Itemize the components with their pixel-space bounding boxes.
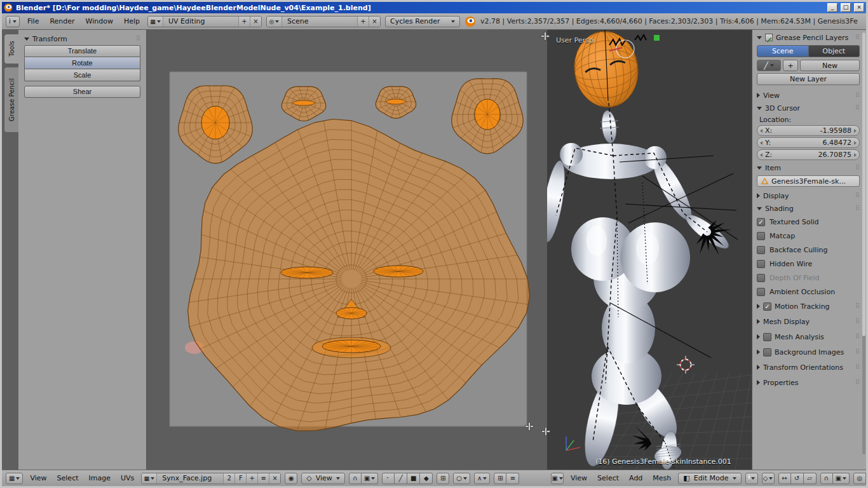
mode-dropdown[interactable]: ◧ Edit Mode [678, 473, 741, 484]
checkbox[interactable]: ✓ [757, 218, 765, 226]
menu-file[interactable]: File [24, 16, 42, 27]
drag-handle-icon[interactable]: ⠿ [855, 364, 860, 370]
select-island-button[interactable]: ◆ [420, 473, 433, 484]
view-panel-header[interactable]: View ⠿ [757, 89, 860, 102]
drag-handle-icon[interactable]: ⠿ [855, 303, 860, 309]
drag-handle-icon[interactable]: ⠿ [855, 193, 860, 199]
drag-handle-icon[interactable]: ⠿ [855, 34, 860, 41]
checkbox[interactable] [763, 348, 771, 356]
manipulator-translate-button[interactable]: ↔ [778, 473, 791, 484]
region-corner-widget[interactable] [526, 423, 533, 430]
sticky-select-button[interactable]: ⊞ [437, 473, 449, 484]
select-face-button[interactable]: ■ [407, 473, 420, 484]
shading-panel-header[interactable]: Shading ⠿ [757, 202, 860, 215]
snap-element-button[interactable]: ▣ [833, 473, 850, 484]
menu-help[interactable]: Help [121, 16, 143, 27]
translate-button[interactable]: Translate [24, 45, 140, 57]
uv-menu-uvs[interactable]: UVs [118, 473, 137, 484]
viewport-shading-dropdown[interactable] [745, 473, 758, 484]
new-image-button[interactable]: + [246, 473, 257, 484]
pixel-snap-button[interactable]: ⊞ [494, 473, 506, 484]
drag-handle-icon[interactable]: ⠿ [855, 349, 860, 355]
image-users-count[interactable]: 2 [223, 473, 234, 484]
drag-handle-icon[interactable]: ⠿ [855, 379, 860, 386]
cursor-y-field[interactable]: Y: 6.48472 [757, 137, 860, 148]
scrollbar[interactable] [862, 32, 865, 454]
properties-panel-header[interactable]: Properties ⠿ [757, 375, 860, 390]
uv-coord-dropdown[interactable]: ◇ View [301, 473, 345, 484]
viewport-3d-canvas[interactable]: User Persp (16) Genesis3Female-skinInsta… [547, 30, 752, 470]
manipulator-rotate-button[interactable]: ↺ [791, 473, 804, 484]
select-vertex-button[interactable]: ⠂ [382, 473, 395, 484]
shear-button[interactable]: Shear [24, 86, 140, 98]
display-panel-header[interactable]: Display ⠿ [757, 189, 860, 202]
cursor-panel-header[interactable]: 3D Cursor ⠿ [757, 102, 860, 114]
layout-name-field[interactable]: UV Editing [163, 17, 238, 27]
tab-grease-pencil[interactable]: Grease Pencil [4, 67, 18, 133]
grease-pencil-layers-header[interactable]: Grease Pencil Layers ⠿ [757, 31, 860, 44]
gp-add-button[interactable]: + [783, 60, 798, 71]
minimize-button[interactable]: _ [827, 3, 837, 12]
snap-element-button[interactable]: ▣ [362, 473, 378, 484]
uv-menu-image[interactable]: Image [86, 473, 114, 484]
snap-magnet-button[interactable]: ∩ [820, 473, 833, 484]
image-browse-button[interactable]: ▦ [142, 473, 157, 484]
gp-tab-scene[interactable]: Scene [757, 45, 809, 57]
background-images-panel-header[interactable]: Background Images ⠿ [757, 344, 860, 360]
snap-magnet-button[interactable]: ∩ [349, 473, 362, 484]
scene-delete-button[interactable]: × [369, 17, 380, 27]
layout-browse-button[interactable]: ▦ [148, 17, 163, 27]
menu-window[interactable]: Window [83, 16, 116, 27]
mesh-display-panel-header[interactable]: Mesh Display ⠿ [757, 314, 860, 329]
v3d-menu-add[interactable]: Add [626, 473, 646, 484]
transform-orientations-panel-header[interactable]: Transform Orientations ⠿ [757, 360, 860, 375]
tab-tools[interactable]: Tools [4, 34, 18, 64]
maximize-button[interactable]: □ [841, 3, 851, 12]
render-engine-dropdown[interactable]: Cycles Render [385, 16, 460, 27]
uv-menu-select[interactable]: Select [54, 473, 82, 484]
scale-button[interactable]: Scale [24, 69, 140, 81]
checkbox[interactable] [757, 260, 765, 268]
gp-tab-object[interactable]: Object [809, 45, 860, 57]
pin-button[interactable]: ◉ [285, 473, 297, 484]
item-name-field[interactable]: Genesis3Female-sk... [757, 175, 860, 187]
gp-brush-button[interactable]: ╱ [757, 60, 781, 71]
checkbox[interactable] [757, 246, 765, 254]
fake-user-button[interactable]: F [234, 473, 246, 484]
motion-tracking-panel-header[interactable]: ✓ Motion Tracking ⠿ [757, 299, 860, 314]
checkbox[interactable]: ✓ [763, 302, 771, 311]
cursor-x-field[interactable]: X: -1.95988 [757, 125, 860, 136]
v3d-menu-view[interactable]: View [567, 473, 590, 484]
pivot-dropdown[interactable]: ◇ [762, 473, 775, 484]
region-corner-widget[interactable] [541, 32, 549, 40]
transform-panel-header[interactable]: Transform ⠿ [24, 32, 140, 45]
mesh-analysis-panel-header[interactable]: Mesh Analysis ⠿ [757, 329, 860, 344]
drag-handle-icon[interactable]: ⠿ [136, 36, 140, 42]
drag-handle-icon[interactable]: ⠿ [855, 334, 860, 340]
item-panel-header[interactable]: Item ⠿ [757, 161, 860, 174]
drag-handle-icon[interactable]: ⠿ [855, 92, 860, 98]
v3d-menu-mesh[interactable]: Mesh [649, 473, 674, 484]
scene-browse-button[interactable]: ◎ [267, 17, 282, 27]
checkbox[interactable] [763, 333, 771, 341]
rotate-button[interactable]: Rotate [24, 57, 140, 69]
select-edge-button[interactable]: ╱ [395, 473, 407, 484]
scene-name-field[interactable]: Scene [282, 17, 357, 27]
uv-image-editor-canvas[interactable] [147, 30, 547, 470]
checkbox[interactable] [757, 232, 765, 240]
drag-handle-icon[interactable]: ⠿ [855, 318, 860, 325]
manipulator-scale-button[interactable]: ▱ [804, 473, 817, 484]
layout-delete-button[interactable]: × [250, 17, 261, 27]
drag-handle-icon[interactable]: ⠿ [855, 205, 860, 212]
cursor-z-field[interactable]: Z: 26.70875 [757, 149, 860, 160]
normalize-button[interactable]: ≡ [506, 473, 519, 484]
v3d-menu-select[interactable]: Select [594, 473, 622, 484]
menu-render[interactable]: Render [46, 16, 78, 27]
editor-type-image-button[interactable]: ▦ [6, 473, 23, 484]
image-name-field[interactable]: Synx_Face.jpg [157, 473, 223, 484]
unlink-image-button[interactable]: × [269, 473, 280, 484]
proportional-edit-button[interactable]: ○ [453, 473, 470, 484]
region-corner-widget[interactable] [542, 428, 550, 435]
render-opengl-button[interactable]: ◎ [853, 473, 866, 484]
drag-handle-icon[interactable]: ⠿ [855, 105, 860, 111]
